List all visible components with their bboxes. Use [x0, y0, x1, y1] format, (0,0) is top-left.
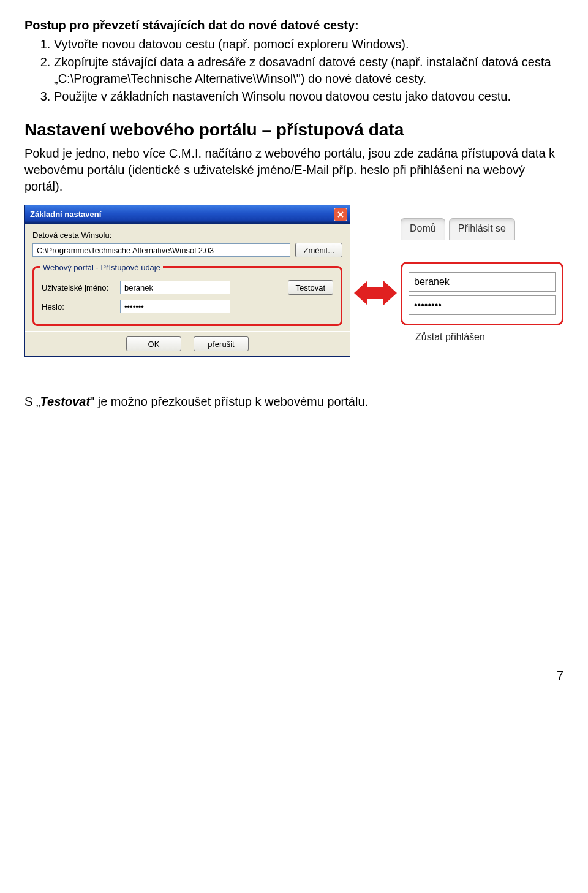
data-path-input[interactable]: C:\Programme\Technische Alternative\Wins… — [32, 243, 290, 257]
section-paragraph: Pokud je jedno, nebo více C.M.I. načítán… — [24, 145, 564, 195]
svg-marker-0 — [354, 281, 397, 305]
procedure-steps: Vytvořte novou datovou cestu (např. pomo… — [24, 36, 564, 105]
dialog-titlebar: Základní nastavení — [25, 205, 350, 224]
step-1: Vytvořte novou datovou cestu (např. pomo… — [54, 36, 564, 53]
remember-row: Zůstat přihlášen — [401, 330, 564, 344]
footer-suffix: " je možno přezkoušet přístup k webovému… — [90, 395, 368, 408]
dialog-title: Základní nastavení — [30, 209, 101, 220]
page-number: 7 — [24, 667, 564, 684]
password-input[interactable]: ••••••• — [120, 300, 230, 313]
group-title: Webový portál - Přístupové údaje — [40, 262, 163, 273]
section-title: Nastavení webového portálu – přístupová … — [24, 118, 564, 142]
figure-row: Základní nastavení Datová cesta Winsolu:… — [24, 205, 564, 357]
tab-login[interactable]: Přihlásit se — [449, 218, 515, 240]
web-portal-snippet: Domů Přihlásit se beranek •••••••• Zůsta… — [401, 218, 564, 343]
web-portal-credentials-group: Webový portál - Přístupové údaje Uživate… — [32, 266, 342, 326]
password-label: Heslo: — [42, 302, 115, 313]
ok-button[interactable]: OK — [126, 336, 181, 351]
portal-username-input[interactable]: beranek — [409, 272, 556, 292]
test-button[interactable]: Testovat — [288, 280, 333, 295]
footer-sentence: S „Testovat" je možno přezkoušet přístup… — [24, 393, 564, 410]
step-3: Použijte v základních nastaveních Winsol… — [54, 88, 564, 105]
username-label: Uživatelské jméno: — [42, 283, 115, 294]
remember-label: Zůstat přihlášen — [415, 330, 485, 344]
data-path-label: Datová cesta Winsolu: — [32, 230, 342, 241]
tab-home[interactable]: Domů — [401, 218, 445, 240]
close-icon[interactable] — [334, 208, 347, 221]
cancel-button[interactable]: přerušit — [194, 336, 249, 351]
procedure-heading: Postup pro převzetí stávajících dat do n… — [24, 17, 564, 34]
double-arrow-icon — [354, 275, 397, 330]
portal-login-box: beranek •••••••• — [401, 262, 564, 325]
username-input[interactable]: beranek — [120, 281, 230, 294]
footer-prefix: S „ — [24, 395, 40, 408]
basic-settings-dialog: Základní nastavení Datová cesta Winsolu:… — [24, 205, 350, 357]
remember-checkbox[interactable] — [401, 332, 410, 341]
change-button[interactable]: Změnit... — [295, 243, 342, 257]
step-2: Zkopírujte stávající data a adresáře z d… — [54, 54, 564, 87]
portal-password-input[interactable]: •••••••• — [409, 295, 556, 315]
footer-bold: Testovat — [40, 395, 91, 408]
